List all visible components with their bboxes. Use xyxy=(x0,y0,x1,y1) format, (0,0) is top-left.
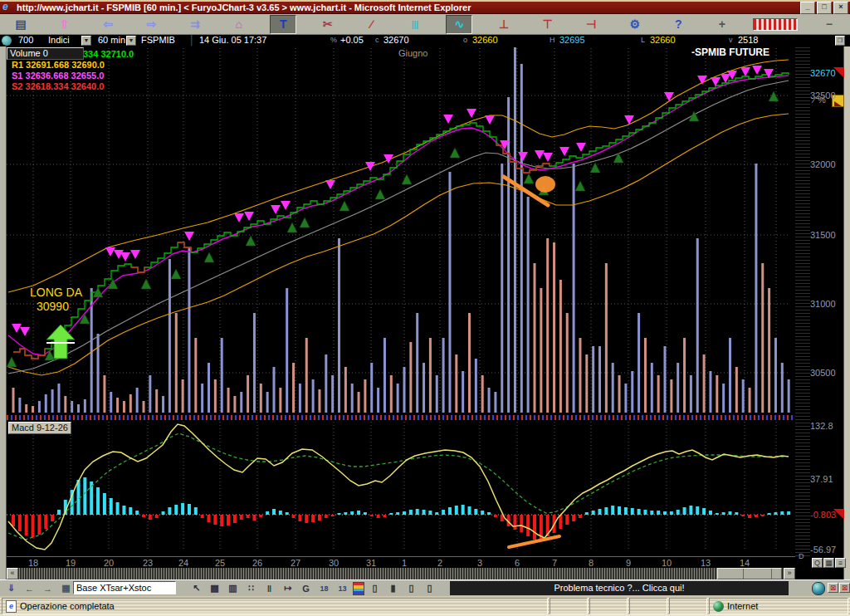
clock-icon xyxy=(2,36,12,46)
snapshot-button[interactable]: ▦ xyxy=(58,581,74,596)
axis-gutter xyxy=(795,46,810,556)
grid-tool-icon[interactable]: ▦ xyxy=(823,558,834,568)
marker-button[interactable]: ∕ xyxy=(359,16,383,33)
pivot-s2-value: S2 32618.334 32640.0 xyxy=(12,81,104,91)
main-toolbar: ▤⇧⇦⇨⇉⌂T✂∕|||∿⊥⊤⊣⚙?+− xyxy=(0,14,850,35)
status-empty-2 xyxy=(589,598,628,614)
status-message-segment: e Operazione completata xyxy=(2,598,548,614)
zoom-out-button[interactable]: − xyxy=(817,16,842,33)
template-combobox[interactable]: Base XTsar+Xstoc xyxy=(73,581,176,594)
x-axis-label: 13 xyxy=(701,558,711,568)
scroll-right-button[interactable]: » xyxy=(784,568,795,579)
x-axis-label: 7 xyxy=(552,558,557,568)
y-axis-label: 32000 xyxy=(810,159,842,169)
interval-dropdown-icon[interactable]: ▼ xyxy=(126,36,136,46)
tick-down-button[interactable]: ⊤ xyxy=(535,16,560,33)
panel-button[interactable]: ▥ xyxy=(225,581,241,596)
pivot-r2-value: 334 32710.0 xyxy=(83,49,134,59)
minimize-button[interactable]: _ xyxy=(800,2,815,14)
scrollbar-thumb[interactable] xyxy=(717,568,782,579)
scroll-left-button[interactable]: « xyxy=(7,568,18,579)
x-axis-label: 3 xyxy=(477,558,482,568)
time-scrollbar[interactable]: « » xyxy=(7,568,795,579)
steps-button[interactable]: ∿ xyxy=(446,15,472,34)
tech-problem-banner[interactable]: Problema tecnico ?... Clicca qui! xyxy=(450,581,789,595)
window-right-edge[interactable] xyxy=(843,46,850,579)
page-icon: e xyxy=(6,600,17,613)
wrench-button[interactable]: ⚙ xyxy=(623,16,647,33)
save-button[interactable]: ⇓ xyxy=(3,581,19,596)
next-button[interactable]: → xyxy=(40,581,56,596)
long-annotation: LONG DA 30990 xyxy=(30,286,82,314)
x-axis-label: 8 xyxy=(589,558,594,568)
interval-select[interactable]: 60 min xyxy=(98,35,125,46)
market-select[interactable]: Indici xyxy=(48,35,70,46)
status-empty-1 xyxy=(550,598,588,614)
x-axis-label: 2 xyxy=(437,558,442,568)
scale-button[interactable]: G xyxy=(298,581,314,596)
text-tool-button[interactable]: T xyxy=(270,15,296,34)
volume-indicator-label[interactable]: Volume 0 xyxy=(7,47,84,60)
y-axis-label: 31500 xyxy=(810,230,842,240)
low-label: L xyxy=(641,35,645,46)
candle-width-2-button[interactable]: ▮ xyxy=(385,581,401,596)
candle-width-3-button[interactable]: ▯ xyxy=(403,581,419,596)
fast-forward-button[interactable]: ⇉ xyxy=(183,16,208,33)
month-label: Giugno xyxy=(398,48,427,58)
y-axis-label: -56.97 xyxy=(810,545,842,555)
market-dropdown-icon[interactable]: ▼ xyxy=(81,36,91,46)
x-axis-label: 20 xyxy=(104,558,114,568)
histogram-button[interactable]: ||| xyxy=(403,16,427,33)
dots-button[interactable]: ∷ xyxy=(243,581,259,596)
bottom-toolbar: ⇓←→▦↖▩▥∷‖↦G1813▯▮▯▯ Base XTsar+Xstoc Pro… xyxy=(0,579,850,596)
quote-bar: 700 Indici ▼ 60 min ▼ FSPMIB │ 14 Giu. 0… xyxy=(0,35,850,46)
security-zone-segment: Internet xyxy=(709,598,848,614)
tick-left-button[interactable]: ⊣ xyxy=(579,16,603,33)
candle-width-4-button[interactable]: ▯ xyxy=(422,581,437,596)
popout-icon[interactable]: ❐ xyxy=(835,36,845,46)
pivot-r1-value: R1 32691.668 32690.0 xyxy=(12,60,105,70)
cut-button[interactable]: ✂ xyxy=(315,16,340,33)
macd-indicator-label[interactable]: Macd 9-12-26 xyxy=(8,422,71,434)
close-window-a-icon[interactable]: ⊠ xyxy=(828,583,838,593)
x-axis: 181920232425262730311236789101314 xyxy=(7,556,795,569)
change-value: +0.05 xyxy=(340,35,364,46)
chart-area: ∕ % 334 32710.0 Volume 0 R1 32691.668 32… xyxy=(0,46,850,579)
upload-button[interactable]: ⇧ xyxy=(52,16,77,33)
x-axis-label: 1 xyxy=(402,558,407,568)
open-chart-button[interactable]: ▤ xyxy=(8,16,33,33)
pointer-button[interactable]: ↖ xyxy=(188,581,204,596)
menu-tool-icon[interactable]: ≡ xyxy=(835,558,846,568)
high-label: H xyxy=(550,35,555,46)
columns-button[interactable]: ‖ xyxy=(261,581,277,596)
price-home-button[interactable]: ⌂ xyxy=(227,16,252,33)
layers-button[interactable] xyxy=(353,582,364,595)
x-axis-label: 9 xyxy=(626,558,631,568)
zoom-tool-icon[interactable]: Q xyxy=(812,558,823,568)
forward-button[interactable]: ⇨ xyxy=(139,16,164,33)
tick-up-button[interactable]: ⊥ xyxy=(491,16,516,33)
back-button[interactable]: ⇦ xyxy=(95,16,120,33)
y-axis-label: 37.91 xyxy=(810,474,842,484)
chart-canvas[interactable] xyxy=(7,46,795,556)
status-empty-3 xyxy=(629,598,667,614)
prev-button[interactable]: ← xyxy=(22,581,37,596)
info-a-button[interactable]: 18 xyxy=(316,581,332,596)
x-axis-label: 25 xyxy=(215,558,225,568)
help-button[interactable]: ? xyxy=(666,16,691,33)
globe-icon xyxy=(812,582,825,595)
y-axis-label: 32500 xyxy=(810,90,842,100)
info-b-button[interactable]: 13 xyxy=(335,581,350,596)
shift-button[interactable]: ↦ xyxy=(280,581,296,596)
candle-width-1-button[interactable]: ▯ xyxy=(367,581,383,596)
close-window-b-icon[interactable]: ⊠ xyxy=(839,583,850,593)
image-button[interactable]: ▩ xyxy=(207,581,222,596)
separator: │ xyxy=(189,35,195,46)
internet-zone-icon xyxy=(713,601,724,612)
points-value: 700 xyxy=(18,35,33,46)
zoom-slider[interactable] xyxy=(753,16,798,33)
close-button[interactable]: × xyxy=(833,2,848,14)
zoom-in-button[interactable]: + xyxy=(710,16,735,33)
restore-button[interactable]: □ xyxy=(817,2,832,14)
x-axis-label: 6 xyxy=(515,558,520,568)
